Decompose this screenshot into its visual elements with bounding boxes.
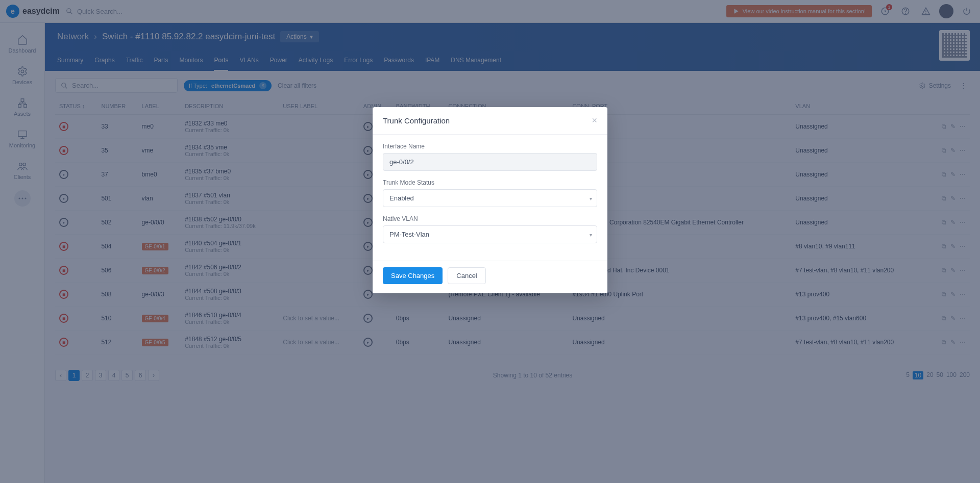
cancel-button[interactable]: Cancel [448, 267, 485, 284]
native-vlan-select[interactable] [383, 225, 597, 243]
trunk-status-label: Trunk Mode Status [383, 179, 597, 186]
trunk-config-modal: Trunk Configuration × Interface Name Tru… [373, 107, 607, 293]
save-button[interactable]: Save Changes [383, 267, 443, 284]
interface-name-input [383, 153, 597, 171]
interface-name-label: Interface Name [383, 143, 597, 150]
close-icon[interactable]: × [592, 115, 597, 126]
modal-title: Trunk Configuration [383, 116, 450, 125]
modal-backdrop[interactable]: Trunk Configuration × Interface Name Tru… [0, 0, 980, 483]
trunk-status-select[interactable] [383, 189, 597, 207]
native-vlan-label: Native VLAN [383, 215, 597, 222]
